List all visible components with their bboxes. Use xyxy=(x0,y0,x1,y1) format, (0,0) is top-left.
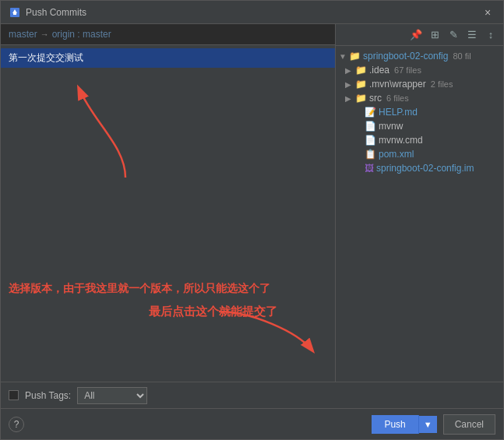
mvn-count: 2 files xyxy=(431,79,453,89)
tree-arrow-idea: ▶ xyxy=(345,66,353,75)
push-dropdown-button[interactable]: ▼ xyxy=(419,416,437,433)
footer-left: ? xyxy=(9,417,24,432)
tree-root[interactable]: ▼ 📁 springboot-02-config 80 fil xyxy=(336,49,503,63)
pin-button[interactable]: 📌 xyxy=(408,27,424,43)
target-branch: origin : master xyxy=(52,29,111,40)
file-icon-help: 📝 xyxy=(365,107,376,118)
branch-bar: master → origin : master xyxy=(1,24,335,45)
folder-icon-root: 📁 xyxy=(349,51,361,62)
annotation-text-1: 选择版本，由于我这里就一个版本，所以只能选这个了 xyxy=(9,282,270,296)
push-icon xyxy=(9,6,21,19)
commit-item[interactable]: 第一次提交交测试 xyxy=(1,48,335,68)
idea-name: .idea xyxy=(369,65,389,76)
tags-select[interactable]: All None xyxy=(77,387,147,404)
annotation-text-2: 最后点击这个就能提交了 xyxy=(149,304,277,319)
push-tags-label: Push Tags: xyxy=(25,390,71,401)
title-bar-left: Push Commits xyxy=(9,6,86,19)
push-button[interactable]: Push xyxy=(372,415,418,434)
footer: ? Push ▼ Cancel xyxy=(1,408,503,439)
help-name: HELP.md xyxy=(379,107,418,118)
mvnwcmd-name: mvnw.cmd xyxy=(379,135,423,146)
expand-button[interactable]: ⊞ xyxy=(427,27,442,43)
file-icon-pom: 📋 xyxy=(365,149,376,160)
help-button[interactable]: ? xyxy=(9,417,24,432)
tree-mvnw[interactable]: ▶ 📄 mvnw xyxy=(336,119,503,133)
file-icon-img: 🖼 xyxy=(365,163,374,174)
tree-help-md[interactable]: ▶ 📝 HELP.md xyxy=(336,105,503,119)
folder-icon-idea: 📁 xyxy=(355,65,367,76)
tree-arrow-mvn: ▶ xyxy=(345,80,353,89)
folder-icon-src: 📁 xyxy=(355,93,367,104)
dialog-title: Push Commits xyxy=(26,7,86,18)
left-panel: master → origin : master 第一次提交交测试 xyxy=(1,24,336,382)
tree-arrow-src: ▶ xyxy=(345,94,353,103)
root-name: springboot-02-config xyxy=(363,51,448,62)
img-name: springboot-02-config.im xyxy=(376,163,474,174)
src-count: 6 files xyxy=(386,93,409,103)
commits-list: 第一次提交交测试 xyxy=(1,45,335,382)
cancel-button[interactable]: Cancel xyxy=(443,414,495,435)
tree-arrow-root: ▼ xyxy=(339,52,347,61)
root-count: 80 fil xyxy=(453,51,471,61)
push-button-group: Push ▼ xyxy=(372,415,436,434)
commit-message: 第一次提交交测试 xyxy=(9,51,83,65)
svg-rect-2 xyxy=(13,13,16,15)
sort-button[interactable]: ↕ xyxy=(483,27,499,43)
pom-name: pom.xml xyxy=(379,149,414,160)
close-button[interactable]: × xyxy=(480,5,495,20)
idea-count: 67 files xyxy=(394,65,421,75)
tree-idea[interactable]: ▶ 📁 .idea 67 files xyxy=(336,63,503,77)
src-name: src xyxy=(369,93,382,104)
mvn-name: .mvn\wrapper xyxy=(369,79,426,90)
list-button[interactable]: ☰ xyxy=(464,27,480,43)
tree-config-img[interactable]: ▶ 🖼 springboot-02-config.im xyxy=(336,161,503,175)
tree-mvnwcmd[interactable]: ▶ 📄 mvnw.cmd xyxy=(336,133,503,147)
folder-icon-mvn: 📁 xyxy=(355,79,367,90)
file-icon-mvnwcmd: 📄 xyxy=(365,135,376,146)
tree-mvnwrapper[interactable]: ▶ 📁 .mvn\wrapper 2 files xyxy=(336,77,503,91)
tree-src[interactable]: ▶ 📁 src 6 files xyxy=(336,91,503,105)
right-panel: 📌 ⊞ ✎ ☰ ↕ ▼ 📁 springboot-02-config 80 fi… xyxy=(336,24,503,382)
file-tree: ▼ 📁 springboot-02-config 80 fil ▶ 📁 .ide… xyxy=(336,46,503,382)
push-commits-dialog: Push Commits × master → origin : master … xyxy=(0,0,504,440)
edit-button[interactable]: ✎ xyxy=(446,27,461,43)
source-branch: master xyxy=(9,29,37,40)
footer-right: Push ▼ Cancel xyxy=(372,414,495,435)
main-content: master → origin : master 第一次提交交测试 xyxy=(1,24,503,382)
title-bar: Push Commits × xyxy=(1,1,503,24)
tree-pomxml[interactable]: ▶ 📋 pom.xml xyxy=(336,147,503,161)
file-icon-mvnw: 📄 xyxy=(365,121,376,132)
branch-arrow: → xyxy=(41,30,49,39)
bottom-bar: Push Tags: All None xyxy=(1,382,503,408)
push-tags-checkbox[interactable] xyxy=(9,390,19,400)
right-toolbar: 📌 ⊞ ✎ ☰ ↕ xyxy=(336,24,503,46)
mvnw-name: mvnw xyxy=(379,121,403,132)
